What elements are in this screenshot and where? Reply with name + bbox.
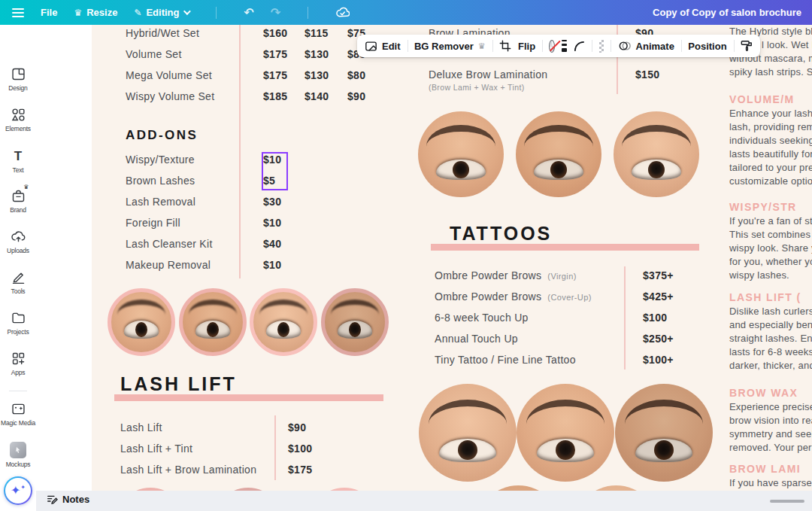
sidebar-label-design: Design — [8, 84, 27, 92]
text-line: spiky lash strips. Su — [729, 65, 812, 79]
brow-photo[interactable] — [516, 111, 601, 197]
list-item: Makeup Removal $10 — [126, 254, 308, 275]
tattoos-heading[interactable]: TATTOOS — [450, 222, 552, 245]
price-value: $150 — [635, 68, 659, 81]
crown-icon: ♛ — [74, 8, 82, 17]
selection-bounding-box[interactable] — [262, 152, 288, 190]
lash-photo[interactable] — [250, 288, 317, 356]
edit-image-icon — [365, 41, 377, 52]
border-color-icon[interactable] — [549, 40, 555, 53]
text-line: If you're a fan of str — [729, 214, 812, 228]
pink-column-divider — [624, 266, 626, 370]
animate-button[interactable]: Animate — [618, 40, 674, 52]
crop-icon — [499, 40, 511, 52]
sidebar-item-elements[interactable]: Elements — [0, 107, 36, 132]
lash-photo[interactable] — [321, 288, 389, 356]
sidebar-item-mockups[interactable]: Mockups — [0, 442, 36, 468]
sidebar-label-text: Text — [13, 166, 24, 174]
brow-photo[interactable] — [418, 111, 504, 197]
copy-style-button[interactable] — [741, 40, 753, 52]
file-menu[interactable]: File — [41, 7, 57, 18]
sidebar-item-text[interactable]: T Text — [0, 149, 36, 174]
undo-button[interactable]: ↶ — [244, 5, 253, 20]
table-row: Wispy Volume Set $185 $140 $90 — [126, 86, 385, 107]
corner-radius-icon[interactable] — [574, 41, 585, 52]
text-line: If you have sparse — [729, 476, 812, 490]
price-value: $185 — [263, 90, 304, 102]
document-title[interactable]: Copy of Copy of salon brochure — [653, 7, 812, 18]
apps-grid-icon — [11, 351, 26, 367]
notes-button[interactable]: Notes — [47, 494, 89, 505]
redo-button[interactable]: ↷ — [271, 5, 280, 20]
sidebar-label-uploads: Uploads — [7, 247, 29, 254]
lash-lift-heading[interactable]: LASH LIFT — [120, 373, 237, 395]
tattoo-brow-photo[interactable] — [475, 485, 562, 491]
list-item: Foreign Fill $10 — [126, 212, 308, 233]
uploads-cloud-icon — [11, 229, 26, 245]
tattoo-brow-photo[interactable] — [517, 384, 614, 482]
service-label: Lash Lift + Tint — [120, 443, 288, 455]
lash-photo[interactable] — [179, 288, 247, 356]
section-heading: VOLUME/M — [729, 92, 812, 107]
sidebar-item-apps[interactable]: Apps — [0, 351, 36, 376]
table-row: Hybrid/Wet Set $160 $115 $75 — [126, 25, 385, 44]
transparency-icon[interactable] — [599, 40, 604, 53]
hamburger-menu-icon[interactable] — [12, 8, 24, 17]
crown-icon: ♛ — [478, 41, 486, 51]
lash-photo[interactable] — [108, 288, 175, 356]
horizontal-scrollbar-thumb[interactable] — [770, 500, 804, 503]
list-item: Annual Touch Up $250+ — [435, 328, 703, 349]
lash-lift-price-list[interactable]: Lash Lift $90 Lash Lift + Tint $100 Lash… — [120, 417, 341, 480]
sidebar-item-projects[interactable]: Projects — [0, 310, 36, 336]
tattoos-price-list[interactable]: Ombre Powder Brows(Virgin) $375+ Ombre P… — [435, 265, 703, 370]
flip-label: Flip — [518, 41, 535, 52]
flip-button[interactable]: Flip — [518, 41, 535, 52]
edit-image-button[interactable]: Edit — [365, 41, 401, 52]
addons-heading: ADD-ONS — [126, 128, 308, 143]
brand-kit-icon: ♛ — [11, 188, 26, 204]
text-line: wispy look. Share yo — [729, 242, 812, 255]
section-heading: LASH LIFT ( — [729, 290, 812, 305]
price-value: $80 — [347, 69, 385, 81]
sparkle-icon: ✦✦ — [11, 485, 26, 497]
crop-button[interactable] — [499, 40, 511, 52]
lash-sets-price-table[interactable]: Hybrid/Wet Set $160 $115 $75 Volume Set … — [126, 25, 385, 107]
list-item: 6-8 week Touch Up $100 — [435, 307, 703, 328]
sidebar-item-uploads[interactable]: Uploads — [0, 229, 36, 254]
brow-photo[interactable] — [614, 111, 699, 197]
tattoo-brow-photo[interactable] — [419, 384, 517, 482]
bg-remover-button[interactable]: BG Remover ♛ — [414, 41, 486, 52]
list-item: Tiny Tattoo / Fine Line Tattoo $100+ — [435, 349, 703, 370]
price-value: $90 — [347, 90, 385, 102]
border-weight-icon[interactable] — [562, 40, 567, 52]
sidebar-label-projects: Projects — [7, 328, 29, 336]
magic-assistant-button[interactable]: ✦✦ — [4, 476, 32, 505]
service-label: 6-8 week Touch Up — [435, 312, 529, 324]
addons-block[interactable]: ADD-ONS Wispy/Texture $10 Brown Lashes $… — [126, 128, 308, 275]
sidebar-label-tools: Tools — [11, 287, 26, 295]
price-value: $90 — [288, 421, 341, 433]
sidebar-item-tools[interactable]: Tools — [0, 269, 36, 295]
position-button[interactable]: Position — [688, 41, 726, 52]
price-value: $250+ — [643, 333, 703, 345]
mockups-icon — [10, 442, 26, 458]
editing-mode-menu[interactable]: ✎ Editing — [134, 7, 189, 18]
text-line: straight lashes. Enjo — [729, 332, 812, 345]
table-row: Volume Set $175 $130 $85 — [126, 44, 385, 65]
text-tool-icon: T — [14, 149, 22, 164]
description-text-column[interactable]: The Hybrid style ble l look. Wet l witho… — [729, 25, 812, 490]
service-label: Ombre Powder Brows — [435, 269, 541, 281]
sidebar-item-magic-media[interactable]: Magic Media — [0, 401, 36, 427]
tattoo-brow-photo[interactable] — [573, 485, 659, 491]
service-label: Mega Volume Set — [126, 69, 263, 81]
sidebar-item-brand[interactable]: ♛ Brand — [0, 188, 36, 214]
resize-menu[interactable]: ♛ Resize — [74, 7, 117, 18]
text-line: lasts for 6-8 weeks — [729, 345, 812, 359]
canva-editor-window: File ♛ Resize ✎ Editing ↶ ↷ Copy of — [0, 0, 812, 511]
service-label: Lash Cleanser Kit — [126, 238, 263, 250]
tattoo-brow-photo[interactable] — [615, 384, 713, 482]
list-item: Lash Lift + Tint $100 — [120, 438, 341, 459]
text-line: lasts beautifully for — [729, 148, 812, 161]
sidebar-item-design[interactable]: Design — [0, 66, 36, 92]
text-line: Enhance your lash l — [729, 107, 812, 120]
